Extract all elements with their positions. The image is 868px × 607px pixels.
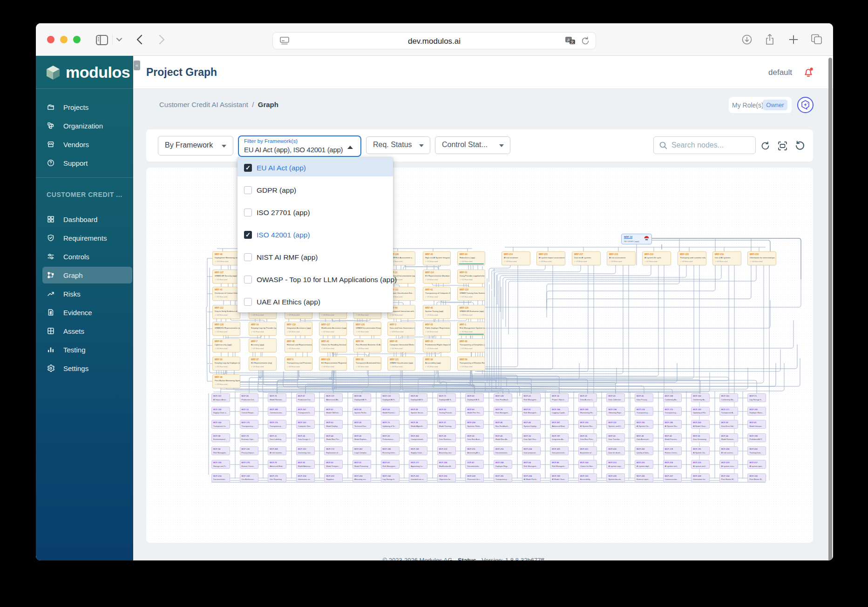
- svg-text:文: 文: [570, 40, 574, 44]
